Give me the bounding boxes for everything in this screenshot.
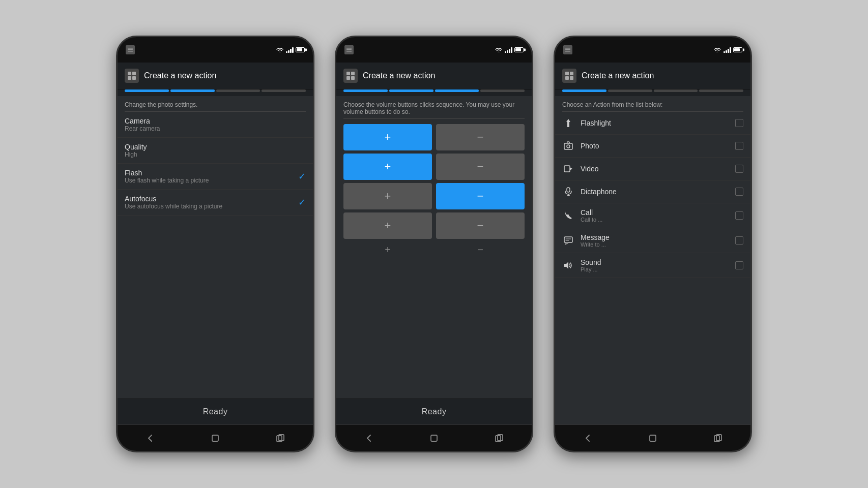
app-header-title-1: Create a new action: [144, 71, 216, 80]
ready-button-1[interactable]: Ready: [118, 399, 313, 424]
svg-rect-21: [565, 49, 570, 50]
photo-checkbox[interactable]: [735, 142, 743, 150]
settings-flash[interactable]: Flash Use flash while taking a picture ✓: [118, 164, 313, 190]
nav-recent-2[interactable]: [489, 428, 509, 448]
menu-icon-2: [344, 45, 354, 54]
phone-nav-2: [336, 424, 532, 451]
wifi-icon-2: [495, 47, 503, 53]
phone-1: Create a new action Change the photo set…: [116, 36, 314, 452]
nav-back-2[interactable]: [359, 428, 379, 448]
camera-subtitle: Rear camera: [125, 125, 160, 132]
quality-title: Quality: [125, 143, 147, 151]
sound-icon: [562, 259, 574, 271]
svg-rect-23: [565, 72, 569, 75]
ready-bar-2: Ready: [336, 399, 532, 424]
action-video[interactable]: Video: [555, 158, 750, 180]
prog-seg-1-1: [125, 89, 169, 92]
action-flashlight[interactable]: Flashlight: [555, 112, 750, 135]
prog-seg-3-3: [654, 89, 698, 92]
svg-rect-5: [128, 76, 131, 80]
action-list: Flashlight Photo: [555, 112, 750, 424]
battery-icon-2: [514, 47, 524, 52]
sound-subtitle: Play ...: [581, 266, 729, 272]
app-header-2: Create a new action: [336, 63, 532, 89]
action-sound[interactable]: Sound Play ...: [555, 253, 750, 278]
prog-seg-1-2: [170, 89, 215, 92]
nav-home-1[interactable]: [205, 428, 225, 448]
message-checkbox[interactable]: [735, 236, 743, 245]
svg-rect-25: [565, 76, 569, 80]
vol-remove-btn[interactable]: −: [436, 244, 525, 256]
prog-seg-1-3: [216, 89, 261, 92]
video-icon: [562, 163, 574, 175]
flashlight-checkbox[interactable]: [735, 119, 743, 127]
vol-row-last: + −: [343, 242, 525, 258]
nav-home-3[interactable]: [643, 428, 663, 448]
settings-camera[interactable]: Camera Rear camera: [118, 112, 313, 138]
settings-quality[interactable]: Quality High: [118, 138, 313, 164]
status-bar-2: [336, 37, 532, 63]
vol-minus-4[interactable]: −: [436, 212, 525, 239]
screen-3: Create a new action Choose an Action fro…: [555, 63, 750, 424]
ready-button-2[interactable]: Ready: [336, 399, 532, 424]
call-icon: [562, 209, 574, 222]
prog-seg-2-4: [480, 89, 525, 92]
svg-rect-11: [346, 49, 352, 50]
status-bar-3: [555, 37, 750, 63]
vol-minus-3[interactable]: −: [436, 183, 525, 209]
message-icon: [562, 234, 574, 247]
svg-rect-4: [132, 72, 136, 75]
vol-minus-1[interactable]: −: [436, 124, 525, 150]
nav-back-3[interactable]: [577, 428, 598, 448]
prog-seg-2-3: [435, 89, 479, 92]
vol-plus-2[interactable]: +: [343, 154, 432, 180]
svg-rect-2: [128, 51, 133, 52]
phone-2: Create a new action Choose the volume bu…: [335, 36, 533, 452]
svg-rect-12: [346, 51, 352, 52]
vol-plus-4[interactable]: +: [343, 212, 432, 239]
settings-autofocus[interactable]: Autofocus Use autofocus while taking a p…: [118, 190, 313, 216]
vol-plus-3[interactable]: +: [343, 183, 432, 209]
prog-seg-2-1: [343, 89, 388, 92]
signal-bars-2: [505, 47, 512, 53]
flashlight-icon: [562, 117, 574, 129]
action-message[interactable]: Message Write to ...: [555, 228, 750, 253]
nav-back-1[interactable]: [140, 428, 160, 448]
battery-icon-1: [296, 47, 305, 52]
dictaphone-icon: [562, 186, 574, 198]
menu-icon-1: [126, 45, 135, 54]
video-checkbox[interactable]: [735, 165, 743, 173]
prog-seg-3-2: [608, 89, 652, 92]
photo-title: Photo: [581, 142, 729, 150]
status-icons-3: [713, 47, 742, 53]
screen-1: Create a new action Change the photo set…: [118, 63, 313, 424]
action-photo[interactable]: Photo: [555, 135, 750, 158]
progress-bar-1: [118, 89, 313, 96]
signal-bars-3: [724, 47, 731, 53]
call-checkbox[interactable]: [735, 211, 743, 220]
vol-row-4: + −: [343, 212, 525, 239]
nav-recent-1[interactable]: [270, 428, 291, 448]
app-icon-2: [343, 69, 358, 83]
phone-nav-3: [555, 424, 750, 451]
prog-seg-3-4: [699, 89, 743, 92]
svg-rect-28: [564, 143, 572, 149]
action-dictaphone[interactable]: Dictaphone: [555, 180, 750, 203]
app-header-title-2: Create a new action: [363, 71, 435, 80]
vol-plus-1[interactable]: +: [343, 124, 432, 150]
vol-add-btn[interactable]: +: [343, 244, 432, 256]
dictaphone-checkbox[interactable]: [735, 188, 743, 196]
vol-minus-2[interactable]: −: [436, 154, 525, 180]
nav-recent-3[interactable]: [708, 428, 728, 448]
status-icons-1: [276, 47, 305, 53]
prog-seg-1-4: [262, 89, 306, 92]
svg-rect-6: [132, 76, 136, 80]
nav-home-2[interactable]: [424, 428, 444, 448]
sound-checkbox[interactable]: [735, 261, 743, 269]
action-call[interactable]: Call Call to ...: [555, 203, 750, 228]
svg-rect-26: [570, 76, 573, 80]
flash-check: ✓: [298, 171, 306, 182]
prog-seg-3-1: [562, 89, 606, 92]
progress-bar-3: [555, 89, 750, 96]
vol-row-1: + −: [343, 124, 525, 150]
